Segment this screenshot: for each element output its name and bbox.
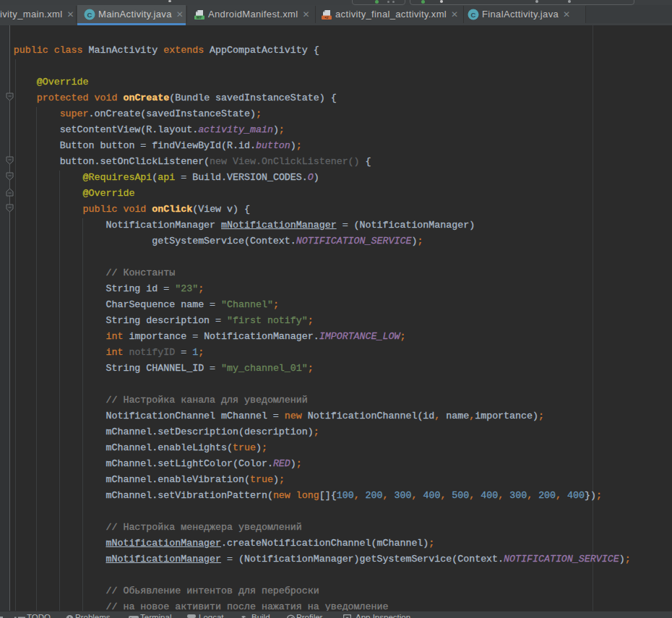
svg-text:C: C bbox=[87, 10, 92, 18]
svg-text:</: </ bbox=[324, 15, 329, 20]
svg-text:C: C bbox=[470, 10, 475, 18]
svg-text:MF: MF bbox=[197, 15, 203, 20]
